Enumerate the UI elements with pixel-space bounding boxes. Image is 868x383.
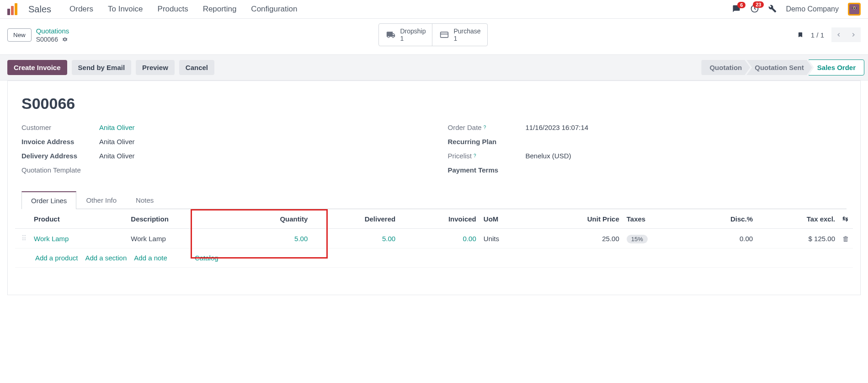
th-unit-price[interactable]: Unit Price <box>533 209 623 229</box>
user-avatar[interactable] <box>848 3 861 16</box>
messages-icon[interactable]: 6 <box>732 5 741 14</box>
stat-dropship[interactable]: Dropship 1 <box>379 24 432 46</box>
cell-unit-price[interactable]: 25.00 <box>533 229 623 248</box>
recurring-plan-label: Recurring Plan <box>448 138 526 146</box>
tab-other-info[interactable]: Other Info <box>76 191 126 209</box>
delivery-address-label: Delivery Address <box>21 152 99 160</box>
stat-dropship-label: Dropship <box>400 27 426 35</box>
fields-left-col: Customer Anita Oliver Invoice Address An… <box>21 124 421 180</box>
th-quantity[interactable]: Quantity <box>231 209 312 229</box>
pricelist-label-text: Pricelist <box>448 152 472 160</box>
th-options[interactable]: ⇆ <box>839 209 853 229</box>
cell-tax-excl[interactable]: $ 125.00 <box>756 229 839 248</box>
cell-delivered[interactable]: 5.00 <box>311 229 399 248</box>
th-delivered[interactable]: Delivered <box>311 209 399 229</box>
status-bar: Quotation Quotation Sent Sales Order <box>701 59 861 76</box>
drag-handle-icon[interactable]: ⠿ <box>15 229 30 248</box>
invoice-address-label: Invoice Address <box>21 138 99 146</box>
order-lines-table-wrap: Product Description Quantity Delivered I… <box>8 209 860 295</box>
breadcrumb-parent[interactable]: Quotations <box>36 27 69 35</box>
send-email-button[interactable]: Send by Email <box>72 60 132 75</box>
catalog-link[interactable]: Catalog <box>195 254 218 262</box>
preview-button[interactable]: Preview <box>136 60 175 75</box>
app-logo-icon[interactable] <box>7 3 17 15</box>
cell-invoiced[interactable]: 0.00 <box>399 229 480 248</box>
fields-right-col: Order Date ? 11/16/2023 16:07:14 Recurri… <box>448 124 847 180</box>
company-name[interactable]: Demo Company <box>786 5 839 13</box>
app-title[interactable]: Sales <box>28 4 51 15</box>
bookmark-icon[interactable] <box>797 31 804 39</box>
gear-icon[interactable] <box>62 36 68 43</box>
stat-purchase-value: 1 <box>453 35 480 42</box>
control-panel: New Quotations S00066 Dropship 1 Purchas… <box>0 19 868 54</box>
th-description[interactable]: Description <box>127 209 230 229</box>
trash-icon[interactable]: 🗑 <box>842 235 849 243</box>
pager-next[interactable] <box>846 27 861 42</box>
status-quotation-sent[interactable]: Quotation Sent <box>746 60 812 75</box>
customer-value[interactable]: Anita Oliver <box>99 124 135 131</box>
status-sales-order[interactable]: Sales Order <box>809 59 864 76</box>
nav-configuration[interactable]: Configuration <box>251 5 297 14</box>
breadcrumb-current: S00066 <box>36 36 69 43</box>
cell-delete[interactable]: 🗑 <box>839 229 853 248</box>
th-invoiced[interactable]: Invoiced <box>399 209 480 229</box>
cell-disc[interactable]: 0.00 <box>688 229 756 248</box>
new-button[interactable]: New <box>7 28 32 42</box>
chevron-right-icon <box>850 32 857 38</box>
table-row[interactable]: ⠿ Work Lamp Work Lamp 5.00 5.00 0.00 Uni… <box>15 229 853 248</box>
pager-arrows <box>831 27 861 42</box>
order-date-label: Order Date ? <box>448 124 526 131</box>
activities-badge: 23 <box>753 1 764 8</box>
top-navbar: Sales Orders To Invoice Products Reporti… <box>0 0 868 19</box>
form-sheet: S00066 Customer Anita Oliver Invoice Add… <box>7 81 861 295</box>
stat-dropship-value: 1 <box>400 35 426 42</box>
order-date-value[interactable]: 11/16/2023 16:07:14 <box>526 124 589 131</box>
order-lines-table: Product Description Quantity Delivered I… <box>15 209 853 248</box>
help-icon[interactable]: ? <box>484 125 486 130</box>
topnav-left: Sales Orders To Invoice Products Reporti… <box>7 3 297 15</box>
th-tax-excl[interactable]: Tax excl. <box>756 209 839 229</box>
cell-uom[interactable]: Units <box>480 229 533 248</box>
nav-products[interactable]: Products <box>158 5 188 14</box>
nav-to-invoice[interactable]: To Invoice <box>108 5 143 14</box>
form-fields: Customer Anita Oliver Invoice Address An… <box>21 124 847 180</box>
svg-rect-6 <box>441 32 448 38</box>
nav-reporting[interactable]: Reporting <box>203 5 237 14</box>
add-product-link[interactable]: Add a product <box>35 254 78 262</box>
svg-point-5 <box>855 8 856 9</box>
cell-taxes[interactable]: 15% <box>623 229 688 248</box>
add-note-link[interactable]: Add a note <box>134 254 167 262</box>
debug-icon[interactable] <box>768 5 777 14</box>
pricelist-value[interactable]: Benelux (USD) <box>526 152 571 160</box>
th-taxes[interactable]: Taxes <box>623 209 688 229</box>
create-invoice-button[interactable]: Create Invoice <box>7 60 67 75</box>
cell-description[interactable]: Work Lamp <box>127 229 230 248</box>
columns-options-icon[interactable]: ⇆ <box>842 215 848 222</box>
messages-badge: 6 <box>737 2 746 8</box>
truck-icon <box>385 30 396 39</box>
pager-text[interactable]: 1 / 1 <box>811 31 824 39</box>
cancel-button[interactable]: Cancel <box>179 60 214 75</box>
tab-notes[interactable]: Notes <box>126 191 163 209</box>
pricelist-label: Pricelist ? <box>448 152 526 160</box>
add-section-link[interactable]: Add a section <box>85 254 127 262</box>
nav-orders[interactable]: Orders <box>69 5 93 14</box>
th-product[interactable]: Product <box>30 209 127 229</box>
pager-prev[interactable] <box>831 27 846 42</box>
th-disc[interactable]: Disc.% <box>688 209 756 229</box>
breadcrumb: Quotations S00066 <box>36 27 69 43</box>
status-quotation[interactable]: Quotation <box>701 60 750 75</box>
invoice-address-value[interactable]: Anita Oliver <box>99 138 135 146</box>
cell-product[interactable]: Work Lamp <box>30 229 127 248</box>
delivery-address-value[interactable]: Anita Oliver <box>99 152 135 160</box>
th-uom[interactable]: UoM <box>480 209 533 229</box>
tab-order-lines[interactable]: Order Lines <box>21 191 76 209</box>
activities-icon[interactable]: 23 <box>750 4 759 15</box>
topnav-right: 6 23 Demo Company <box>732 3 861 16</box>
cell-quantity[interactable]: 5.00 <box>231 229 312 248</box>
help-icon[interactable]: ? <box>474 153 476 158</box>
breadcrumb-record-id: S00066 <box>36 36 58 43</box>
table-spacer <box>15 267 853 295</box>
stat-purchase[interactable]: Purchase 1 <box>432 24 487 46</box>
payment-terms-label: Payment Terms <box>448 166 526 174</box>
